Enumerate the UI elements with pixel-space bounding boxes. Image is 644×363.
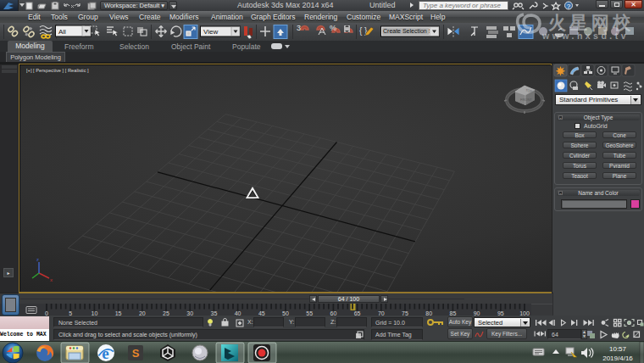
- svg-text:e: e: [102, 344, 108, 362]
- svg-text:%: %: [330, 24, 336, 32]
- svg-text:FRONT: FRONT: [520, 98, 532, 102]
- svg-text:Create Selection Se: Create Selection Se: [383, 28, 436, 34]
- svg-text:S: S: [132, 347, 140, 360]
- svg-text:View: View: [203, 28, 218, 36]
- svg-text:10:57: 10:57: [609, 345, 627, 353]
- svg-text:x: x: [50, 277, 53, 282]
- svg-text:2019/4/16: 2019/4/16: [602, 355, 633, 362]
- svg-text:All: All: [58, 28, 66, 36]
- svg-text:3: 3: [297, 24, 301, 32]
- svg-text:z: z: [36, 257, 39, 262]
- svg-text:?: ?: [567, 3, 571, 10]
